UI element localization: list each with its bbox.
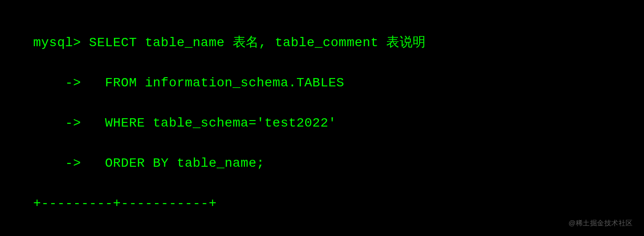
sql-command-line-4: -> ORDER BY table_name; [33,153,644,173]
watermark-text: @稀土掘金技术社区 [568,219,633,228]
table-header-row: | 表名 | 表说明 | [33,233,644,236]
table-border-top: +---------+-----------+ [33,194,644,213]
sql-command-line-2: -> FROM information_schema.TABLES [33,73,644,93]
sql-command-line-3: -> WHERE table_schema='test2022' [33,113,644,133]
sql-command-line-1: mysql> SELECT table_name 表名, table_comme… [33,33,644,53]
mysql-terminal-output: mysql> SELECT table_name 表名, table_comme… [33,13,644,236]
